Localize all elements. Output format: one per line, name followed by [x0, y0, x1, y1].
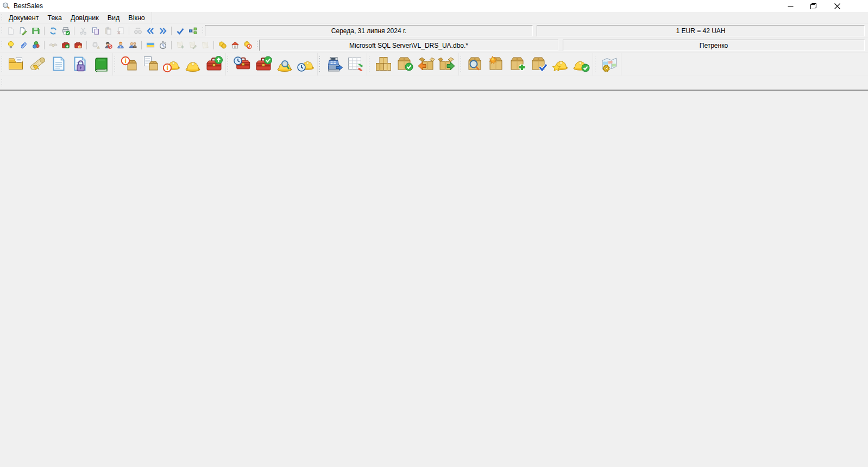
stopwatch-button[interactable]	[156, 39, 169, 51]
certificate-button[interactable]	[27, 54, 48, 75]
toolbar-separator	[171, 27, 172, 35]
menu-gripper[interactable]	[1, 14, 3, 22]
cashbox-report-button[interactable]	[72, 39, 84, 51]
hardhat-clock-button[interactable]	[295, 54, 316, 75]
toolbar-row-2: Microsoft SQL Server\VL_DRS_UA.dbo.* Пет…	[0, 38, 868, 53]
toolbar-chunk	[372, 53, 459, 75]
notes-button	[199, 39, 211, 51]
hardhat-check-button[interactable]	[570, 54, 592, 75]
box-new-button[interactable]	[486, 54, 507, 75]
box-search-button[interactable]	[464, 54, 486, 75]
color-spheres-button[interactable]	[29, 39, 42, 51]
toolbar-gripper[interactable]	[460, 56, 462, 72]
box-dispatch-button[interactable]	[436, 54, 457, 75]
box-search-icon	[467, 55, 484, 73]
handshake-icon	[49, 41, 58, 49]
box-add-button[interactable]	[507, 54, 528, 75]
cashbox-report-icon	[74, 41, 83, 49]
edit-document-button[interactable]	[17, 25, 29, 37]
document-box-button[interactable]	[140, 54, 161, 75]
toolbox-check-icon	[255, 55, 272, 73]
save-button[interactable]	[29, 25, 42, 37]
restore-button[interactable]	[802, 0, 825, 12]
hardhat-star-button[interactable]	[549, 54, 570, 75]
toolbar-separator	[213, 41, 214, 49]
table-refresh-button[interactable]	[344, 54, 366, 75]
user-blocked-icon	[104, 41, 112, 49]
cut-button	[77, 25, 89, 37]
toolbar-gripper[interactable]	[368, 56, 370, 72]
folder-document-button[interactable]	[5, 54, 27, 75]
coins-button[interactable]	[216, 39, 229, 51]
minimize-button[interactable]	[779, 0, 802, 12]
refresh-button[interactable]	[47, 25, 59, 37]
home-warehouse-button[interactable]	[229, 39, 241, 51]
toolbar-gripper[interactable]	[114, 56, 116, 72]
title-bar: BestSales	[0, 0, 868, 12]
panel-gripper[interactable]	[202, 27, 204, 35]
toolbar-separator	[86, 41, 87, 49]
hardhat-button[interactable]	[182, 54, 203, 75]
toolbox-clock-button[interactable]	[231, 54, 253, 75]
toolbar-gripper[interactable]	[319, 56, 320, 72]
toolbar-gripper[interactable]	[594, 56, 596, 72]
apply-check-button[interactable]	[174, 25, 186, 37]
toolbox-check-button[interactable]	[253, 54, 274, 75]
toolbar-gripper[interactable]	[1, 56, 3, 72]
toolbox-up-button[interactable]	[203, 54, 224, 75]
box-info-button[interactable]	[118, 54, 140, 75]
hardhat-star-icon	[551, 55, 569, 73]
menu-item-4[interactable]: Вид	[103, 13, 124, 23]
boxes-button[interactable]	[373, 54, 394, 75]
cashbox-in-button[interactable]	[59, 39, 72, 51]
box-check-button[interactable]	[394, 54, 415, 75]
green-book-icon	[92, 55, 110, 73]
user-manager-button[interactable]	[114, 39, 127, 51]
info-hardhat-button[interactable]	[161, 54, 182, 75]
user-group-button[interactable]	[127, 39, 139, 51]
cash-register-button[interactable]	[323, 54, 344, 75]
green-book-button[interactable]	[90, 54, 111, 75]
notes-icon	[201, 41, 210, 49]
light-bulb-button[interactable]	[4, 39, 17, 51]
panel-gripper[interactable]	[256, 41, 258, 49]
menu-item-2[interactable]: Тека	[43, 13, 66, 23]
document-box-icon	[142, 55, 159, 73]
hardhat-search-button[interactable]	[274, 54, 295, 75]
paperclip-button[interactable]	[17, 39, 29, 51]
toolbox-up-icon	[205, 55, 223, 73]
note-edit-icon	[188, 41, 197, 49]
toolbar-row-4	[0, 76, 868, 90]
note-add-icon	[176, 41, 185, 49]
paperclip-icon	[19, 41, 28, 49]
menu-item-1[interactable]: Документ	[4, 13, 43, 23]
cash-register-icon	[325, 55, 343, 73]
nav-next-button[interactable]	[156, 25, 169, 37]
menu-item-3[interactable]: Довідник	[66, 13, 103, 23]
toolbar-gripper[interactable]	[227, 56, 229, 72]
toolbar-gripper[interactable]	[1, 27, 3, 35]
app-logo-icon	[2, 2, 11, 10]
status-exchange-rate-panel: 1 EUR = 42 UAH	[537, 25, 865, 36]
nav-previous-button[interactable]	[144, 25, 156, 37]
gear-warning-icon	[91, 41, 100, 49]
coins-icon	[218, 41, 227, 49]
toolbar-chunk	[230, 53, 318, 75]
flag-ukraine-button[interactable]	[144, 39, 156, 51]
tree-structure-button[interactable]	[186, 25, 199, 37]
menu-item-5[interactable]: Вікно	[124, 13, 149, 23]
copy-button[interactable]	[89, 25, 102, 37]
coin-blocked-button[interactable]	[241, 39, 254, 51]
map-settings-button[interactable]	[599, 54, 620, 75]
invoice-lock-button[interactable]	[69, 54, 90, 75]
invoice-icon	[50, 55, 67, 73]
box-verify-button[interactable]	[528, 54, 549, 75]
invoice-button[interactable]	[48, 54, 69, 75]
color-spheres-icon	[32, 41, 40, 49]
close-button[interactable]	[826, 0, 848, 12]
user-blocked-button[interactable]	[102, 39, 114, 51]
print-verified-button[interactable]	[59, 25, 72, 37]
toolbar-gripper[interactable]	[1, 41, 3, 49]
box-receive-button[interactable]	[415, 54, 436, 75]
toolbar-gripper[interactable]	[1, 79, 3, 87]
